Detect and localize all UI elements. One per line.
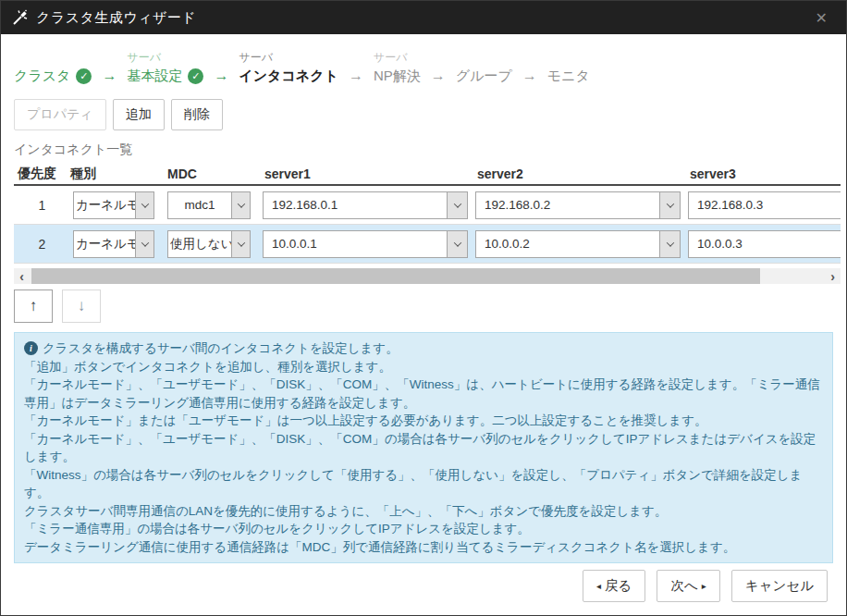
table-row[interactable]: 2 カーネルモ 使用しない 10.0.0.1 bbox=[14, 225, 841, 264]
server2-combobox[interactable]: 10.0.0.2 bbox=[475, 230, 681, 258]
info-line: 「カーネルモード」、「ユーザモード」、「DISK」、「COM」、「Witness… bbox=[24, 376, 823, 412]
chevron-down-icon[interactable] bbox=[659, 231, 680, 257]
info-line: 「カーネルモード」または「ユーザモード」は一つ以上設定する必要があります。二つ以… bbox=[24, 412, 823, 430]
add-button[interactable]: 追加 bbox=[113, 99, 165, 130]
info-line: データミラーリング通信に使用する通信経路は「MDC」列で通信経路に割り当てるミラ… bbox=[24, 538, 823, 557]
step-sub-label: サーバ bbox=[374, 49, 421, 66]
step-interconnect: サーバ インタコネクト bbox=[239, 49, 338, 86]
chevron-down-icon[interactable] bbox=[231, 231, 250, 257]
triangle-left-icon: ◂ bbox=[596, 582, 601, 591]
close-icon[interactable]: ✕ bbox=[808, 7, 835, 29]
scroll-left-icon[interactable]: ‹ bbox=[14, 268, 30, 284]
scroll-right-icon[interactable]: › bbox=[825, 268, 841, 284]
property-button[interactable]: プロパティ bbox=[14, 99, 106, 130]
chevron-down-icon[interactable] bbox=[135, 231, 153, 257]
info-icon: i bbox=[24, 341, 38, 355]
server1-value: 192.168.0.1 bbox=[264, 198, 447, 212]
remove-button[interactable]: 削除 bbox=[171, 99, 223, 130]
server2-combobox[interactable]: 192.168.0.2 bbox=[475, 191, 681, 219]
header-priority: 優先度 bbox=[14, 166, 70, 182]
triangle-right-icon: ▸ bbox=[702, 582, 706, 591]
server2-value: 10.0.0.2 bbox=[476, 237, 659, 251]
chevron-down-icon[interactable] bbox=[135, 192, 153, 218]
step-label: モニタ bbox=[547, 68, 590, 85]
info-line: クラスタを構成するサーバ間のインタコネクトを設定します。 bbox=[43, 339, 399, 358]
info-line: 「カーネルモード」、「ユーザモード」、「DISK」、「COM」の場合は各サーバ列… bbox=[24, 430, 823, 466]
move-down-button[interactable]: ↓ bbox=[62, 290, 101, 323]
interconnect-table: 優先度 種別 MDC server1 server2 server3 1 カーネ… bbox=[14, 164, 841, 264]
table-row[interactable]: 1 カーネルモ mdc1 192.168.0.1 bbox=[14, 186, 841, 225]
step-group: グループ bbox=[456, 49, 512, 86]
step-arrow-icon: → bbox=[102, 66, 117, 86]
step-label: 基本設定 bbox=[127, 68, 182, 85]
step-sub-label bbox=[547, 49, 590, 66]
step-sub-label bbox=[14, 49, 92, 66]
mdc-select[interactable]: mdc1 bbox=[167, 191, 251, 219]
info-line: クラスタサーバ間専用通信のLANを優先的に使用するように、「上へ」、「下へ」ボタ… bbox=[24, 502, 823, 521]
type-select[interactable]: カーネルモ bbox=[73, 230, 154, 258]
type-select-value: カーネルモ bbox=[74, 197, 135, 214]
server3-combobox[interactable]: 10.0.0.3 bbox=[688, 230, 841, 258]
info-box: i クラスタを構成するサーバ間のインタコネクトを設定します。 「追加」ボタンでイ… bbox=[14, 332, 833, 563]
type-select[interactable]: カーネルモ bbox=[73, 191, 154, 219]
header-server1: server1 bbox=[263, 166, 475, 181]
scrollbar-thumb[interactable] bbox=[31, 268, 760, 284]
priority-order-buttons: ↑ ↓ bbox=[14, 290, 833, 323]
server1-combobox[interactable]: 192.168.0.1 bbox=[263, 191, 468, 219]
back-button[interactable]: ◂ 戻る bbox=[583, 570, 645, 602]
chevron-down-icon[interactable] bbox=[659, 192, 680, 218]
mdc-select-value: 使用しない bbox=[168, 236, 231, 253]
step-cluster: クラスタ ✓ bbox=[14, 49, 92, 86]
step-arrow-icon: → bbox=[522, 66, 537, 86]
step-monitor: モニタ bbox=[547, 49, 590, 86]
chevron-down-icon[interactable] bbox=[447, 192, 467, 218]
server2-value: 192.168.0.2 bbox=[476, 198, 659, 212]
server3-combobox[interactable]: 192.168.0.3 bbox=[688, 191, 841, 219]
move-up-button[interactable]: ↑ bbox=[14, 290, 53, 323]
table-header-row: 優先度 種別 MDC server1 server2 server3 bbox=[14, 164, 841, 186]
chevron-down-icon[interactable] bbox=[231, 192, 250, 218]
step-label: クラスタ bbox=[14, 68, 70, 85]
check-circle-icon: ✓ bbox=[188, 68, 203, 84]
magic-wand-icon bbox=[12, 9, 29, 26]
step-label: グループ bbox=[456, 68, 512, 85]
next-button[interactable]: 次へ ▸ bbox=[657, 570, 719, 602]
dialog-body: クラスタ ✓ → サーバ 基本設定 ✓ → サーバ インタコネクト → bbox=[1, 34, 846, 615]
server3-value: 10.0.0.3 bbox=[689, 237, 841, 251]
horizontal-scrollbar[interactable]: ‹ › bbox=[14, 268, 841, 284]
priority-cell: 2 bbox=[14, 237, 70, 252]
header-server2: server2 bbox=[475, 166, 688, 181]
info-line: 「ミラー通信専用」の場合は各サーバ列のセルをクリックしてIPアドレスを設定します… bbox=[24, 520, 823, 538]
next-button-label: 次へ bbox=[670, 577, 697, 595]
step-label: インタコネクト bbox=[239, 68, 338, 85]
step-sub-label: サーバ bbox=[239, 49, 338, 66]
step-label: NP解決 bbox=[374, 68, 421, 85]
header-mdc: MDC bbox=[167, 166, 263, 181]
step-arrow-icon: → bbox=[214, 66, 228, 86]
step-arrow-icon: → bbox=[431, 66, 446, 86]
info-line: 「Witness」の場合は各サーバ列のセルをクリックして「使用する」、「使用しな… bbox=[24, 466, 823, 502]
mdc-select[interactable]: 使用しない bbox=[167, 230, 251, 258]
cancel-button[interactable]: キャンセル bbox=[731, 570, 828, 602]
wizard-steps: クラスタ ✓ → サーバ 基本設定 ✓ → サーバ インタコネクト → bbox=[14, 49, 833, 86]
server3-value: 192.168.0.3 bbox=[689, 198, 841, 212]
step-np-resolution: サーバ NP解決 bbox=[374, 49, 421, 86]
step-sub-label: サーバ bbox=[127, 49, 203, 66]
cancel-button-label: キャンセル bbox=[745, 577, 814, 595]
interconnect-list-caption: インタコネクト一覧 bbox=[14, 142, 833, 158]
header-type: 種別 bbox=[70, 166, 167, 182]
step-sub-label bbox=[456, 49, 512, 66]
server1-combobox[interactable]: 10.0.0.1 bbox=[263, 230, 468, 258]
title-bar: クラスタ生成ウィザード ✕ bbox=[1, 1, 846, 34]
type-select-value: カーネルモ bbox=[74, 236, 135, 253]
step-arrow-icon: → bbox=[349, 66, 363, 86]
cluster-wizard-dialog: クラスタ生成ウィザード ✕ クラスタ ✓ → サーバ 基本設定 ✓ → bbox=[0, 0, 847, 616]
header-server3: server3 bbox=[688, 166, 841, 181]
priority-cell: 1 bbox=[14, 198, 70, 213]
arrow-down-icon: ↓ bbox=[78, 297, 86, 315]
chevron-down-icon[interactable] bbox=[447, 231, 467, 257]
dialog-title: クラスタ生成ウィザード bbox=[36, 9, 196, 27]
server1-value: 10.0.0.1 bbox=[264, 237, 447, 251]
step-basic-settings: サーバ 基本設定 ✓ bbox=[127, 49, 203, 86]
toolbar: プロパティ 追加 削除 bbox=[14, 99, 833, 130]
